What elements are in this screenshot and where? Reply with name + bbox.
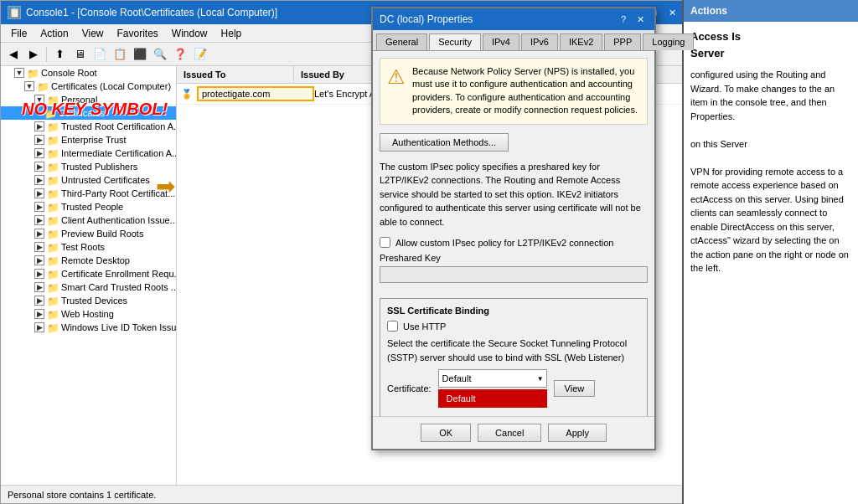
cert-dropdown-wrapper: Default ▼ Default <box>438 369 547 408</box>
dialog-title: DC (local) Properties <box>380 13 473 25</box>
tab-logging[interactable]: Logging <box>643 33 694 50</box>
cancel-button[interactable]: Cancel <box>478 424 541 442</box>
dialog-tabs: General Security IPv4 IPv6 IKEv2 PPP Log… <box>373 30 654 51</box>
tree-untrusted[interactable]: ▶ 📁 Untrusted Certificates <box>1 173 176 187</box>
toolbar-icon-3[interactable]: 📋 <box>111 45 129 64</box>
tree-people-label: Trusted People <box>61 202 123 212</box>
status-bar: Personal store contains 1 certificate. <box>1 485 686 503</box>
up-button[interactable]: ⬆ <box>50 45 69 64</box>
tree-third-party[interactable]: ▶ 📁 Third-Party Root Certificat... <box>1 187 176 200</box>
folder-icon-people: 📁 <box>47 202 59 212</box>
cert-select-label: Certificate: <box>387 383 432 393</box>
tree-smart-card[interactable]: ▶ 📁 Smart Card Trusted Roots ... <box>1 280 176 294</box>
tree-web-hosting[interactable]: ▶ 📁 Web Hosting <box>1 307 176 321</box>
ok-button[interactable]: OK <box>421 424 471 442</box>
tree-remote-desktop[interactable]: ▶ 📁 Remote Desktop <box>1 254 176 267</box>
tree-personal[interactable]: ▼ 📁 Personal <box>1 93 176 106</box>
menu-view[interactable]: View <box>75 26 111 41</box>
toolbar-icon-5[interactable]: 🔍 <box>151 45 169 64</box>
tree-certs-local[interactable]: ▼ 📁 Certificates (Local Computer) <box>1 80 176 93</box>
tree-preview-build[interactable]: ▶ 📁 Preview Build Roots <box>1 227 176 240</box>
dropdown-open-default[interactable]: Default <box>438 389 547 408</box>
tree-enterprise[interactable]: ▶ 📁 Enterprise Trust <box>1 133 176 147</box>
preshared-key-label: Preshared Key <box>380 253 648 263</box>
tree-intermediate[interactable]: ▶ 📁 Intermediate Certification A... <box>1 147 176 160</box>
expand-icon-untrusted: ▶ <box>34 175 44 185</box>
menu-window[interactable]: Window <box>165 26 214 41</box>
auth-methods-button[interactable]: Authentication Methods... <box>380 133 509 152</box>
tree-live-label: Windows Live ID Token Issu... <box>61 322 177 332</box>
tree-intermediate-label: Intermediate Certification A... <box>61 148 177 158</box>
tree-cert-enrollment[interactable]: ▶ 📁 Certificate Enrollment Requ... <box>1 267 176 280</box>
back-button[interactable]: ◀ <box>4 45 23 64</box>
tree-trusted-devices[interactable]: ▶ 📁 Trusted Devices <box>1 294 176 307</box>
dialog-body-text: The custom IPsec policy specifies a pres… <box>380 160 648 229</box>
far-right-header: Actions <box>684 0 858 22</box>
tab-ikev2[interactable]: IKEv2 <box>560 33 602 50</box>
expand-icon-intermediate: ▶ <box>34 148 44 158</box>
tree-preview-label: Preview Build Roots <box>61 229 143 239</box>
folder-icon-hosting: 📁 <box>47 309 59 319</box>
dialog-close-button[interactable]: ✕ <box>633 13 648 26</box>
tree-certificates[interactable]: 📁 Certificates <box>1 106 176 120</box>
dialog-window: DC (local) Properties ? ✕ General Securi… <box>371 7 656 450</box>
menu-action[interactable]: Action <box>34 26 75 41</box>
tree-client-auth[interactable]: ▶ 📁 Client Authentication Issue... <box>1 213 176 227</box>
toolbar-icon-7[interactable]: 📝 <box>191 45 209 64</box>
tree-console-root[interactable]: ▼ 📁 Console Root <box>1 66 176 80</box>
toolbar-icon-1[interactable]: 🖥 <box>70 45 89 64</box>
tree-windows-live[interactable]: ▶ 📁 Windows Live ID Token Issu... <box>1 321 176 334</box>
folder-icon-publishers: 📁 <box>47 162 59 172</box>
expand-icon-third-party: ▶ <box>34 188 44 198</box>
toolbar-icon-4[interactable]: ⬛ <box>131 45 149 64</box>
menu-file[interactable]: File <box>4 26 34 41</box>
tree-test-roots[interactable]: ▶ 📁 Test Roots <box>1 240 176 254</box>
expand-icon-publishers: ▶ <box>34 162 44 172</box>
forward-button[interactable]: ▶ <box>24 45 43 64</box>
expand-icon-enrollment: ▶ <box>34 269 44 279</box>
expand-icon-devices: ▶ <box>34 296 44 306</box>
use-http-checkbox[interactable] <box>387 321 398 332</box>
folder-icon-root: 📁 <box>27 68 39 78</box>
ssl-desc-text: Select the certificate the Secure Socket… <box>387 337 640 364</box>
tab-ipv6[interactable]: IPv6 <box>521 33 558 50</box>
expand-icon-root: ▼ <box>14 68 24 78</box>
far-right-access-text: Access Is <box>690 30 741 43</box>
preshared-key-input[interactable] <box>380 266 648 283</box>
toolbar-icon-6[interactable]: ❓ <box>171 45 189 64</box>
tab-ppp[interactable]: PPP <box>604 33 641 50</box>
folder-icon-preview: 📁 <box>47 229 59 239</box>
allow-ipsec-checkbox[interactable] <box>380 237 390 248</box>
tree-trusted-publishers[interactable]: ▶ 📁 Trusted Publishers <box>1 160 176 173</box>
menu-favorites[interactable]: Favorites <box>111 26 165 41</box>
cert-dropdown[interactable]: Default <box>438 369 547 388</box>
toolbar-icon-2[interactable]: 📄 <box>90 45 109 64</box>
tree-trusted-people[interactable]: ▶ 📁 Trusted People <box>1 200 176 213</box>
dialog-content: ⚠ Because Network Policy Server (NPS) is… <box>373 51 654 416</box>
dialog-title-bar: DC (local) Properties ? ✕ <box>373 8 654 30</box>
dialog-help-button[interactable]: ? <box>616 13 631 26</box>
tree-trusted-root-label: Trusted Root Certification A... <box>61 121 177 131</box>
folder-icon-devices: 📁 <box>47 296 59 306</box>
folder-icon-enterprise: 📁 <box>47 135 59 145</box>
view-cert-button[interactable]: View <box>554 380 596 397</box>
folder-icon-test: 📁 <box>47 242 59 252</box>
use-http-checkbox-row: Use HTTP <box>387 321 640 332</box>
tree-client-auth-label: Client Authentication Issue... <box>61 215 177 225</box>
tab-general[interactable]: General <box>376 33 427 50</box>
menu-help[interactable]: Help <box>214 26 249 41</box>
col-header-issued-to[interactable]: Issued To <box>177 66 294 83</box>
tree-trusted-root[interactable]: ▶ 📁 Trusted Root Certification A... <box>1 120 176 133</box>
tree-root-label: Console Root <box>41 68 97 78</box>
app-icon: 📋 <box>8 6 21 19</box>
folder-icon-certs: 📁 <box>37 81 49 91</box>
apply-button[interactable]: Apply <box>548 424 607 442</box>
tab-security[interactable]: Security <box>429 33 481 50</box>
close-button[interactable]: ✕ <box>664 5 680 20</box>
warning-text: Because Network Policy Server (NPS) is i… <box>412 65 640 117</box>
expand-icon-enterprise: ▶ <box>34 135 44 145</box>
tree-publishers-label: Trusted Publishers <box>61 162 137 172</box>
cert-dropdown-container: Default ▼ <box>438 369 547 388</box>
tab-ipv4[interactable]: IPv4 <box>483 33 519 50</box>
expand-icon-trusted-root: ▶ <box>34 121 44 131</box>
